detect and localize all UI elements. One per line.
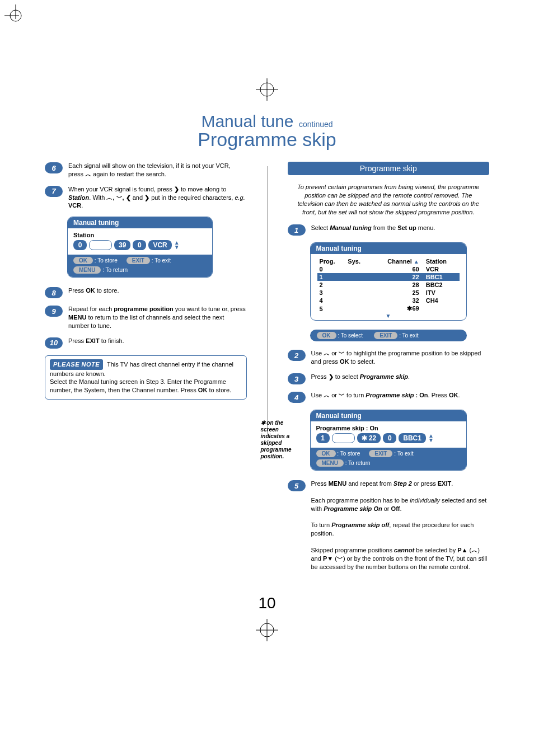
t: Programme skip: [366, 392, 414, 398]
t: , then the: [105, 387, 132, 393]
step-1r: 1 Select Manual tuning from the Set up m…: [288, 224, 490, 236]
right-icon: ❯: [329, 373, 334, 380]
t: individually: [410, 497, 440, 504]
menu-button: MENU: [316, 459, 344, 467]
t: to finish.: [100, 337, 124, 344]
arrows-icon: ︿, ﹀, ❮: [106, 194, 130, 201]
step-3r: 3 Press ❯ to select Programme skip.: [288, 373, 490, 384]
table-row: 325ITV: [317, 289, 460, 297]
t: . Enter the: [164, 378, 194, 385]
step-text: Press ❯ to select Programme skip.: [311, 373, 410, 381]
t: : To return: [345, 460, 371, 466]
t: to select.: [349, 358, 375, 365]
step-text: When your VCR signal is found, press ❯ t…: [68, 185, 247, 210]
step-text: Each signal will show on the television,…: [68, 162, 247, 179]
step-7: 7 When your VCR signal is found, press ❯…: [45, 185, 247, 210]
t: .: [451, 480, 453, 487]
up-icon: ︿: [324, 392, 330, 398]
asterisk-side-note: ✱ on the screen indicates a skipped prog…: [261, 420, 301, 460]
t: Channel: [132, 387, 155, 393]
up-icon: ︿: [85, 171, 91, 177]
t: Each programme position has to be: [311, 497, 410, 504]
subtitle-continued: continued: [299, 120, 333, 129]
right-icon: ❯: [174, 186, 179, 192]
t: Manual tuning: [330, 224, 372, 231]
t: again to restart the search.: [91, 171, 166, 177]
exit-button: EXIT: [369, 450, 392, 457]
step-5r: 5 Press MENU and repeat from Step 2 or p…: [288, 480, 490, 571]
table-row: 228BBC2: [317, 281, 460, 289]
step-number: 4: [288, 392, 306, 403]
step-text: Select Manual tuning from the Set up men…: [311, 224, 435, 232]
step-10: 10 Press EXIT to finish.: [45, 337, 247, 349]
t: Select the: [50, 378, 79, 385]
step-text: Press MENU and repeat from Step 2 or pre…: [311, 480, 490, 571]
osd-footer-bar: OK : To select EXIT : To exit: [310, 330, 467, 341]
t: EXIT: [438, 480, 451, 487]
osd-values: 1 ✱ 22 0 BBC1 ▲▼: [316, 433, 461, 443]
step-2r: 2 Use ︿ or ﹀ to highlight the programme …: [288, 349, 490, 366]
step-number: 2: [288, 350, 306, 361]
table-row: 122BBC1: [317, 273, 460, 281]
value-station: BBC1: [399, 433, 426, 443]
t: . Press: [428, 392, 449, 398]
up-down-icon: ▲▼: [428, 434, 434, 443]
t: to turn: [345, 392, 366, 398]
down-icon: ﹀: [339, 392, 345, 398]
please-note-box: PLEASE NOTE This TV has direct channel e…: [45, 355, 247, 400]
t: Step 3: [146, 378, 164, 385]
col-station: Station: [424, 257, 460, 265]
t: to select: [334, 373, 360, 380]
osd-header: Manual tuning: [68, 217, 212, 228]
table-row: 432CH4: [317, 297, 460, 304]
t: Manual tuning: [79, 378, 118, 385]
t: Press: [68, 337, 86, 344]
t: to store.: [207, 387, 231, 393]
crop-mark: [256, 619, 278, 641]
right-column: Programme skip To prevent certain progra…: [288, 162, 490, 577]
page-number: 10: [45, 594, 489, 612]
step-text: Use ︿ or ﹀ to turn Programme skip : On. …: [311, 391, 460, 400]
value-zero: 0: [383, 433, 396, 443]
t: OK: [198, 387, 208, 393]
t: VCR: [68, 202, 81, 209]
col-channel: Channel ▲: [369, 257, 423, 265]
t: Press: [311, 480, 329, 487]
step-number: 3: [288, 373, 306, 384]
page-title-block: Manual tune continued Programme skip: [45, 112, 489, 151]
step-text: Use ︿ or ﹀ to highlight the programme po…: [311, 349, 490, 366]
t: e.g.: [235, 194, 245, 201]
step-number: 7: [45, 186, 63, 197]
t: programme position: [114, 306, 173, 312]
table-row: 060VCR: [317, 265, 460, 273]
step-number: 1: [288, 224, 306, 236]
down-icon: ▼: [317, 313, 460, 319]
t: P▼: [323, 555, 333, 562]
osd-row-label: Programme skip : On: [316, 425, 461, 431]
t: Station: [68, 194, 89, 201]
osd-row-label: Station: [73, 232, 207, 238]
t: to return to the list of channels and se…: [68, 314, 224, 329]
t: .: [81, 202, 83, 209]
t: screen in: [118, 378, 146, 385]
t: Programme skip off: [331, 522, 389, 528]
t: To turn: [311, 522, 332, 528]
step-number: 10: [45, 337, 63, 349]
step-text: Press EXIT to finish.: [68, 337, 124, 345]
crop-mark: [4, 4, 27, 27]
osd-header: Manual tuning: [311, 243, 466, 254]
t: put in the required characters,: [151, 194, 235, 201]
t: : To store: [95, 257, 118, 264]
t: Use: [311, 350, 324, 356]
please-note-badge: PLEASE NOTE: [50, 359, 103, 370]
osd-footer: OK : To store EXIT : To exit MENU : To r…: [68, 255, 212, 277]
t: to move along to: [179, 186, 226, 192]
step-number: 9: [45, 306, 63, 317]
t: Skipped programme positions: [311, 547, 395, 553]
t: from the: [372, 224, 397, 231]
value-station: VCR: [148, 240, 171, 250]
intro-text: To prevent certain programmes from being…: [293, 183, 484, 216]
step-number: 8: [45, 287, 63, 298]
t: Press: [311, 373, 329, 380]
t: menu.: [416, 224, 435, 231]
